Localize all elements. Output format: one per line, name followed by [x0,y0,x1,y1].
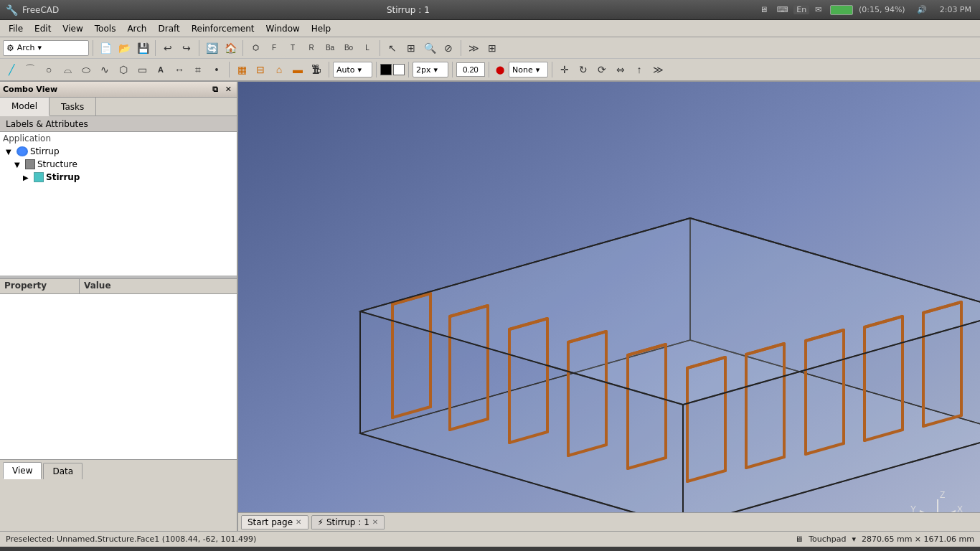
save-button[interactable]: 💾 [134,39,151,57]
zoom-icon[interactable]: 🔍 [421,39,438,57]
fill-indicator[interactable]: ⬤ [493,61,507,78]
view-home-button[interactable]: 🏠 [222,39,239,57]
tree-item-stirrup-child[interactable]: ▶ Stirrup [0,171,237,184]
value-col-header: Value [80,279,116,293]
tab-view[interactable]: View [3,462,42,479]
viewport-canvas[interactable]: X Y Z [238,82,980,531]
menu-reinforcement[interactable]: Reinforcement [186,22,260,35]
combo-close-button[interactable]: ✕ [223,85,234,94]
sync-button[interactable]: ⟳ [593,61,611,78]
color-swatch-black[interactable] [380,64,392,75]
move-button[interactable]: ✛ [556,61,573,78]
app-title: FreeCAD [22,5,59,15]
view-left-button[interactable]: L [359,39,376,57]
separator-3 [199,40,199,56]
view-right-button[interactable]: R [303,39,320,57]
refresh-button[interactable]: 🔄 [203,39,220,57]
draw-ellipse-button[interactable]: ⬭ [77,61,95,78]
fill-color-label: None [512,65,533,75]
workbench-label: Arch [17,43,35,52]
roof-button[interactable]: ⌂ [270,61,288,78]
clock: 2:03 PM [937,5,974,14]
tray-monitor-icon: 🖥 [757,5,771,14]
draw-text-button[interactable]: A [152,61,169,78]
tab-model[interactable]: Model [0,98,50,116]
view-rear-button[interactable]: Ba [321,39,339,57]
toolbars: ⚙ Arch ▾ 📄 📂 💾 ↩ ↪ 🔄 🏠 ⬡ F T R Ba Bo L ↖… [0,37,980,82]
lang-indicator[interactable]: En [793,5,809,14]
view-front-button[interactable]: F [265,39,283,57]
tab-data[interactable]: Data [43,463,83,479]
more-views-button[interactable]: ≫ [465,39,482,57]
new-button[interactable]: 📄 [97,39,114,57]
opacity-input[interactable] [456,62,485,77]
floor-button[interactable]: ▬ [289,61,306,78]
separator-10 [408,62,409,77]
structure-button[interactable]: 🗜 [308,61,325,78]
statusbar-touchpad-label: Touchpad [809,534,846,544]
tab-tasks[interactable]: Tasks [50,98,96,116]
combo-restore-button[interactable]: ⧉ [210,85,220,94]
tab-stirrup-viewport[interactable]: ⚡ Stirrup : 1 ✕ [311,515,385,529]
system-tray: 🖥 ⌨ En ✉ (0:15, 94%) 🔊 2:03 PM [757,5,974,15]
draw-dim-button[interactable]: ↔ [171,61,188,78]
toolbar-row-2: ╱ ⌒ ○ ⌓ ⬭ ∿ ⬡ ▭ A ↔ ⌗ • ▦ ⊟ ⌂ ▬ 🗜 Auto ▾… [0,59,980,80]
view-bottom-button[interactable]: Bo [340,39,357,57]
up-button[interactable]: ↑ [631,61,648,78]
draw-bspline-button[interactable]: ∿ [96,61,113,78]
menu-tools[interactable]: Tools [89,22,122,35]
menu-file[interactable]: File [3,22,29,35]
value-col-label: Value [84,281,111,291]
zoom-fit-icon[interactable]: ⊞ [402,39,420,57]
menu-view[interactable]: View [57,22,88,35]
draw-poly-button[interactable]: ⌒ [22,61,39,78]
stirrup-viewport-close[interactable]: ✕ [372,518,378,526]
start-page-close[interactable]: ✕ [296,518,301,526]
draw-arc-button[interactable]: ⌓ [59,61,76,78]
combo-view-title: Combo View [3,85,57,94]
draw-circle-button[interactable]: ○ [40,61,57,78]
rotate-btn[interactable]: ↻ [575,61,592,78]
statusbar-dropdown-arrow[interactable]: ▾ [852,534,856,544]
left-panel: Combo View ⧉ ✕ Model Tasks Labels & Attr… [0,82,238,531]
window-button[interactable]: ⊟ [252,61,269,78]
menu-arch[interactable]: Arch [121,22,152,35]
color-swatch-white[interactable] [393,64,405,75]
draw-rect-button[interactable]: ▭ [133,61,151,78]
toolbar2-more[interactable]: ≫ [649,61,666,78]
no-icon[interactable]: ⊘ [440,39,457,57]
menu-window[interactable]: Window [260,22,305,35]
viewport: X Y Z Start page ✕ ⚡ Stirrup : 1 ✕ [238,82,980,531]
flip-button[interactable]: ⇔ [612,61,629,78]
menu-edit[interactable]: Edit [29,22,57,35]
tree-item-structure[interactable]: ▼ Structure [0,158,237,171]
select-icon[interactable]: ↖ [384,39,401,57]
undo-button[interactable]: ↩ [159,39,176,57]
grid-button[interactable]: ⊞ [484,39,501,57]
property-col-header: Property [0,279,79,293]
tab-tasks-label: Tasks [61,102,84,112]
open-button[interactable]: 📂 [116,39,133,57]
fill-color-selector[interactable]: None ▾ [509,62,548,77]
tree-item-stirrup-root[interactable]: ▼ Stirrup [0,145,237,158]
arrow-structure: ▼ [14,161,23,169]
tab-model-label: Model [11,101,37,111]
tab-start-page[interactable]: Start page ✕ [241,515,308,529]
separator-13 [552,62,552,77]
draw-bezier-button[interactable]: ⌗ [189,61,207,78]
view-isometric-button[interactable]: ⬡ [247,39,264,57]
line-width-selector[interactable]: 2px ▾ [413,62,448,77]
draw-point-button[interactable]: • [208,61,225,78]
menu-help[interactable]: Help [306,22,336,35]
draw-polygon-button[interactable]: ⬡ [115,61,132,78]
menu-draft[interactable]: Draft [152,22,185,35]
view-mode-selector[interactable]: Auto ▾ [333,62,372,77]
application-text: Application [3,133,51,143]
wall-button[interactable]: ▦ [233,61,250,78]
stirrup-child-icon [34,172,44,182]
property-header: Property Value [0,278,237,294]
redo-button[interactable]: ↪ [178,39,195,57]
view-top-button[interactable]: T [284,39,301,57]
draw-line-button[interactable]: ╱ [3,61,20,78]
workbench-selector[interactable]: ⚙ Arch ▾ [3,40,89,56]
